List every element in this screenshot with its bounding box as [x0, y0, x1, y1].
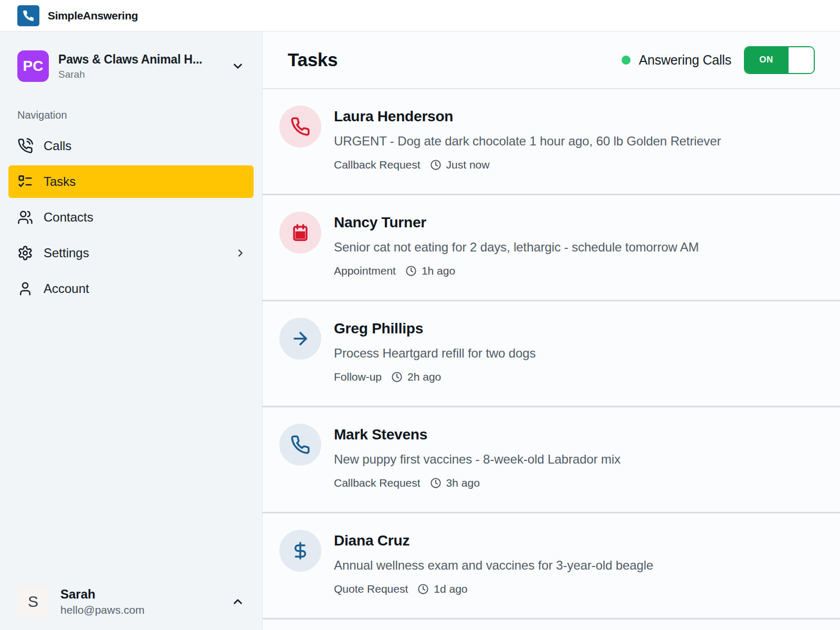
task-type: Callback Request — [334, 159, 421, 171]
task-description: Annual wellness exam and vaccines for 3-… — [334, 558, 653, 573]
sidebar-item-tasks[interactable]: Tasks — [8, 165, 254, 198]
phone-call-icon — [17, 138, 33, 154]
task-description: Process Heartgard refill for two dogs — [334, 346, 536, 361]
task-row[interactable]: Laura Henderson URGENT - Dog ate dark ch… — [262, 89, 840, 195]
answering-calls-toggle[interactable]: ON — [744, 46, 815, 74]
sidebar: PC Paws & Claws Animal H... Sarah Naviga… — [0, 32, 262, 630]
task-description: Senior cat not eating for 2 days, lethar… — [334, 240, 699, 255]
user-menu[interactable]: S Sarah hello@paws.com — [17, 586, 245, 617]
sidebar-item-label: Calls — [44, 139, 71, 153]
chevron-up-icon — [231, 595, 245, 608]
dollar-icon — [290, 541, 310, 561]
task-avatar — [279, 424, 321, 466]
task-type: Quote Request — [334, 583, 408, 595]
task-avatar — [279, 106, 321, 148]
arrow-right-icon — [290, 329, 310, 349]
phone-icon — [290, 435, 310, 455]
task-time: 2h ago — [407, 371, 441, 383]
task-contact-name: Mark Stevens — [334, 426, 621, 443]
sidebar-item-label: Tasks — [44, 174, 76, 189]
task-list: Laura Henderson URGENT - Dog ate dark ch… — [262, 89, 840, 630]
task-contact-name: Diana Cruz — [334, 532, 653, 549]
sidebar-item-label: Contacts — [44, 210, 93, 225]
answering-calls-label: Answering Calls — [639, 52, 731, 68]
main-content: Tasks Answering Calls ON — [262, 32, 840, 630]
task-row[interactable]: Diana Cruz Annual wellness exam and vacc… — [262, 513, 840, 620]
toggle-on-label: ON — [745, 47, 788, 73]
phone-icon — [290, 117, 310, 136]
task-avatar — [279, 530, 321, 572]
task-avatar — [279, 212, 321, 254]
org-name: Paws & Claws Animal H... — [58, 52, 202, 67]
task-contact-name: Nancy Turner — [334, 214, 699, 231]
chevron-right-icon — [235, 247, 246, 259]
gear-icon — [17, 245, 33, 261]
sidebar-item-label: Settings — [44, 246, 89, 260]
task-time: Just now — [446, 159, 490, 171]
org-selector[interactable]: PC Paws & Claws Animal H... Sarah — [0, 50, 262, 82]
phone-icon — [22, 9, 35, 22]
org-avatar: PC — [17, 50, 49, 82]
task-row[interactable] — [262, 620, 840, 628]
task-row[interactable]: Nancy Turner Senior cat not eating for 2… — [262, 195, 840, 301]
task-description: URGENT - Dog ate dark chocolate 1 hour a… — [334, 134, 721, 149]
task-description: New puppy first vaccines - 8-week-old La… — [334, 452, 621, 467]
page-title: Tasks — [288, 49, 338, 70]
task-type: Callback Request — [334, 477, 421, 489]
calendar-icon — [290, 223, 310, 243]
top-bar: SimpleAnswering — [0, 0, 840, 32]
app-title: SimpleAnswering — [48, 9, 138, 22]
user-icon — [17, 281, 33, 297]
org-subtitle: Sarah — [58, 69, 202, 80]
task-time: 1d ago — [434, 583, 467, 595]
status-dot — [622, 56, 631, 65]
sidebar-item-contacts[interactable]: Contacts — [8, 201, 254, 234]
sidebar-item-label: Account — [44, 281, 89, 296]
clock-icon — [430, 159, 442, 171]
task-contact-name: Laura Henderson — [334, 108, 721, 125]
task-type: Follow-up — [334, 371, 382, 383]
sidebar-item-account[interactable]: Account — [8, 272, 254, 305]
main-header: Tasks Answering Calls ON — [262, 32, 840, 89]
user-email: hello@paws.com — [60, 604, 144, 616]
clock-icon — [430, 477, 442, 489]
task-type: Appointment — [334, 265, 396, 277]
checklist-icon — [17, 174, 33, 190]
clock-icon — [405, 265, 417, 277]
task-contact-name: Greg Phillips — [334, 320, 536, 337]
task-time: 1h ago — [422, 265, 455, 277]
app-logo — [17, 5, 39, 26]
sidebar-item-calls[interactable]: Calls — [8, 130, 254, 162]
user-avatar: S — [17, 586, 49, 617]
users-icon — [17, 209, 33, 225]
sidebar-item-settings[interactable]: Settings — [8, 237, 254, 269]
chevron-down-icon — [231, 59, 245, 73]
clock-icon — [391, 371, 403, 383]
user-name: Sarah — [60, 587, 144, 602]
task-row[interactable]: Mark Stevens New puppy first vaccines - … — [262, 407, 840, 513]
clock-icon — [417, 583, 429, 595]
task-time: 3h ago — [446, 477, 480, 489]
task-avatar — [279, 318, 321, 360]
toggle-knob — [788, 47, 814, 73]
task-row[interactable]: Greg Phillips Process Heartgard refill f… — [262, 301, 840, 407]
nav-section-label: Navigation — [0, 109, 262, 121]
